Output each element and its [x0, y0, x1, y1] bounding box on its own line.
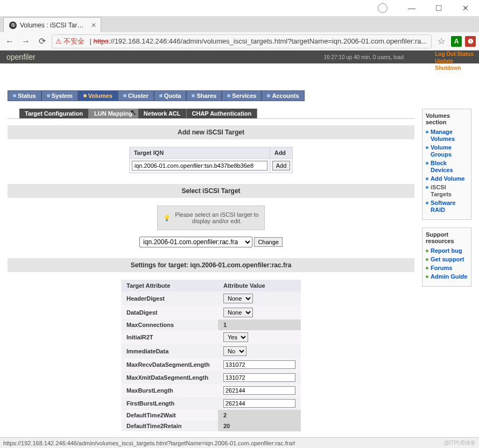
attr-name: InitialR2T — [121, 330, 218, 344]
nav-accounts[interactable]: Accounts — [262, 90, 304, 101]
nav-shares[interactable]: Shares — [186, 90, 222, 101]
quick-links: Log Out|Status Update Shutdown — [435, 51, 474, 72]
attr-MaxRecvDataSegmentLength-input[interactable] — [223, 360, 295, 369]
volumes-section-header: Volumes section — [426, 112, 468, 125]
attr-value — [218, 358, 301, 371]
nav-dot-icon — [227, 94, 230, 97]
attr-row: MaxConnections1 — [121, 319, 301, 330]
sidebar-link-report-bug[interactable]: Report bug — [431, 247, 462, 254]
attr-MaxBurstLength-input[interactable] — [223, 386, 295, 395]
target-select[interactable]: iqn.2006-01.com.openfiler:rac.fra — [139, 237, 252, 247]
window-maximize-button[interactable]: ☐ — [431, 4, 447, 12]
subnav-target-configuration[interactable]: Target Configuration — [19, 109, 89, 118]
attr-name: FirstBurstLength — [121, 397, 218, 410]
change-button[interactable]: Change — [254, 237, 283, 247]
attr-row: FirstBurstLength — [121, 397, 301, 410]
update-link[interactable]: Update — [435, 58, 453, 64]
back-button[interactable]: ← — [3, 35, 16, 48]
nav-quota[interactable]: Quota — [154, 90, 187, 101]
attr-value: 20 — [218, 421, 301, 431]
subnav-network-acl[interactable]: Network ACL — [138, 109, 187, 118]
brand-logo: openfiler — [6, 53, 36, 61]
url-text: ://192.168.142.246:446/admin/volumes_isc… — [109, 37, 427, 45]
uptime-text: 16:27:10 up 40 min, 0 users, load — [324, 54, 404, 60]
attr-row: ImmediateDataNo — [121, 344, 301, 358]
bullet-icon — [426, 146, 428, 149]
col-attr-value: Attribute Value — [218, 280, 301, 291]
shutdown-link[interactable]: Shutdown — [435, 65, 461, 71]
sidebar-link: Block Devices — [426, 160, 468, 174]
reload-button[interactable]: ⟳ — [36, 35, 48, 48]
extension-adblock-icon[interactable]: ❶ — [465, 36, 476, 47]
subnav-chap-authentication[interactable]: CHAP Authentication — [187, 109, 258, 118]
sidebar-link-manage-volumes[interactable]: Manage Volumes — [431, 129, 468, 143]
window-close-button[interactable]: ✕ — [457, 4, 474, 12]
nav-system[interactable]: System — [41, 90, 78, 101]
status-bar: https://192.168.142.246:446/admin/volume… — [0, 437, 479, 448]
nav-dot-icon — [123, 94, 126, 97]
attr-FirstBurstLength-input[interactable] — [223, 399, 295, 408]
sidebar-link: Software RAID — [426, 200, 468, 214]
sidebar-link-admin-guide[interactable]: Admin Guide — [431, 273, 467, 280]
sidebar-link-block-devices[interactable]: Block Devices — [431, 160, 468, 174]
logout-link[interactable]: Log Out — [435, 51, 455, 57]
add-button[interactable]: Add — [272, 161, 291, 170]
sidebar-link: iSCSI Targets — [426, 184, 468, 198]
attr-name: MaxXmitDataSegmentLength — [121, 371, 218, 384]
forward-button[interactable]: → — [19, 35, 32, 48]
nav-dot-icon — [192, 94, 195, 97]
target-iqn-input[interactable] — [132, 161, 267, 170]
bookmark-star-icon[interactable]: ☆ — [435, 35, 448, 48]
bullet-icon — [426, 250, 428, 252]
sidebar-link: Manage Volumes — [426, 129, 468, 143]
col-add: Add — [270, 147, 293, 159]
sidebar-link-iscsi-targets[interactable]: iSCSI Targets — [431, 184, 468, 198]
attr-name: MaxBurstLength — [121, 384, 218, 397]
sidebar-link-add-volume[interactable]: Add Volume — [431, 175, 464, 182]
address-bar: ← → ⟳ ⚠ 不安全 | https ://192.168.142.246:4… — [0, 32, 479, 51]
status-link[interactable]: Status — [457, 51, 474, 57]
attr-InitialR2T-select[interactable]: Yes — [223, 332, 248, 342]
volumes-section-box: Volumes section Manage VolumesVolume Gro… — [422, 109, 471, 220]
subnav-lun-mapping[interactable]: LUN Mapping — [89, 109, 138, 118]
extension-a-icon[interactable]: A — [451, 36, 462, 47]
tab-close-icon[interactable]: ✕ — [91, 22, 96, 29]
main-nav: StatusSystemVolumesClusterQuotaSharesSer… — [8, 90, 479, 101]
attr-value: None — [218, 305, 301, 319]
sidebar-link-volume-groups[interactable]: Volume Groups — [431, 144, 468, 158]
attr-name: DefaultTime2Retain — [121, 421, 218, 431]
attr-name: DataDigest — [121, 305, 218, 319]
attr-ImmediateData-select[interactable]: No — [223, 346, 246, 356]
lightbulb-icon: 💡 — [163, 215, 171, 222]
sidebar-link-get-support[interactable]: Get support — [431, 256, 464, 263]
bullet-icon — [426, 267, 428, 269]
sidebar-link: Forums — [426, 265, 468, 272]
nav-dot-icon — [13, 94, 16, 97]
sidebar-link-software-raid[interactable]: Software RAID — [431, 200, 468, 214]
attr-MaxXmitDataSegmentLength-input[interactable] — [223, 373, 295, 382]
nav-cluster[interactable]: Cluster — [118, 90, 154, 101]
url-protocol: https — [94, 37, 109, 45]
sidebar-link-forums[interactable]: Forums — [431, 265, 452, 272]
sidebar-link: Report bug — [426, 247, 468, 254]
window-minimize-button[interactable]: — — [404, 4, 420, 12]
section-add-target: Add new iSCSI Target — [8, 125, 414, 139]
nav-status[interactable]: Status — [8, 90, 41, 101]
attr-name: MaxConnections — [121, 319, 218, 330]
attr-row: DataDigestNone — [121, 305, 301, 319]
profile-avatar[interactable] — [378, 3, 388, 13]
sidebar-link: Get support — [426, 256, 468, 263]
nav-dot-icon — [159, 94, 163, 97]
nav-services[interactable]: Services — [222, 90, 262, 101]
nav-dot-icon — [83, 94, 87, 97]
attr-DataDigest-select[interactable]: None — [223, 308, 253, 317]
url-field[interactable]: ⚠ 不安全 | https ://192.168.142.246:446/adm… — [52, 34, 432, 48]
nav-volumes[interactable]: Volumes — [78, 90, 118, 101]
attr-HeaderDigest-select[interactable]: None — [223, 294, 253, 303]
attr-value — [218, 371, 301, 384]
nav-dot-icon — [47, 94, 50, 97]
browser-tab[interactable]: ⦿ Volumes : iSCSI Target ✕ — [3, 17, 101, 32]
attr-row: DefaultTime2Wait2 — [121, 410, 301, 421]
browser-tab-bar: ⦿ Volumes : iSCSI Target ✕ — [0, 16, 479, 32]
nav-dot-icon — [267, 94, 270, 97]
